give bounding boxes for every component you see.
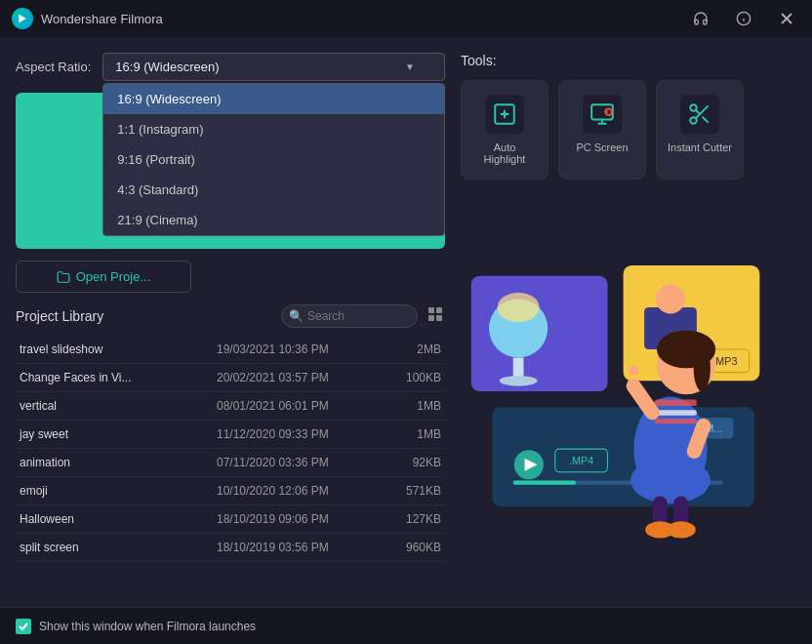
table-row[interactable]: jay sweet 11/12/2020 09:33 PM 1MB xyxy=(16,421,445,449)
table-row[interactable]: split screen 18/10/2019 03:56 PM 960KB xyxy=(16,534,445,562)
main-content: Aspect Ratio: 16:9 (Widescreen) ▼ 16:9 (… xyxy=(0,37,812,607)
project-date: 20/02/2021 03:57 PM xyxy=(217,371,373,384)
project-name: emoji xyxy=(20,484,217,498)
project-size: 1MB xyxy=(373,427,441,441)
tools-label: Tools: xyxy=(461,53,796,68)
grid-view-button[interactable] xyxy=(426,304,445,328)
tool-auto-highlight-label: Auto Highlight xyxy=(471,141,538,165)
project-name: Halloween xyxy=(20,512,217,526)
project-name: animation xyxy=(20,456,217,469)
svg-rect-10 xyxy=(436,307,442,313)
svg-point-59 xyxy=(667,521,696,538)
headset-button[interactable] xyxy=(687,5,714,32)
tool-auto-highlight[interactable]: Auto Highlight xyxy=(461,80,548,180)
svg-point-23 xyxy=(690,117,697,124)
project-size: 1MB xyxy=(373,399,441,413)
aspect-option-5[interactable]: 21:9 (Cinema) xyxy=(103,205,444,235)
show-window-label: Show this window when Filmora launches xyxy=(39,620,256,633)
svg-point-22 xyxy=(690,104,697,111)
table-row[interactable]: animation 07/11/2020 03:36 PM 92KB xyxy=(16,449,445,477)
tool-pc-screen[interactable]: PC Screen xyxy=(558,80,646,180)
project-name: vertical xyxy=(20,399,217,413)
project-date: 07/11/2020 03:36 PM xyxy=(217,456,373,469)
instant-cutter-icon xyxy=(680,95,719,134)
tool-instant-cutter[interactable]: Instant Cutter xyxy=(656,80,744,180)
library-title: Project Library xyxy=(16,308,103,324)
project-date: 18/10/2019 03:56 PM xyxy=(217,541,373,554)
project-size: 960KB xyxy=(373,541,441,554)
show-window-checkbox-wrap[interactable]: Show this window when Filmora launches xyxy=(16,619,256,634)
pc-screen-icon xyxy=(583,95,622,134)
svg-point-60 xyxy=(629,365,639,376)
search-input[interactable] xyxy=(281,304,418,328)
project-name: jay sweet xyxy=(20,427,217,441)
tools-row: Auto Highlight PC Screen xyxy=(461,80,796,180)
project-name: split screen xyxy=(20,541,217,554)
library-header: Project Library 🔍 xyxy=(16,304,445,328)
svg-point-55 xyxy=(630,458,710,503)
aspect-dropdown-menu: 16:9 (Widescreen) 1:1 (Instagram) 9:16 (… xyxy=(102,83,445,236)
svg-marker-0 xyxy=(19,15,26,23)
table-row[interactable]: emoji 10/10/2020 12:06 PM 571KB xyxy=(16,477,445,505)
show-window-checkbox[interactable] xyxy=(16,619,31,634)
project-table: travel slideshow 19/03/2021 10:36 PM 2MB… xyxy=(16,336,445,591)
project-date: 10/10/2020 12:06 PM xyxy=(217,484,373,498)
aspect-select-button[interactable]: 16:9 (Widescreen) ▼ xyxy=(102,53,445,81)
svg-text:.MP4: .MP4 xyxy=(569,455,593,466)
svg-text:.MP3: .MP3 xyxy=(712,355,737,367)
left-panel: Aspect Ratio: 16:9 (Widescreen) ▼ 16:9 (… xyxy=(16,53,445,591)
svg-rect-12 xyxy=(436,315,442,321)
aspect-option-3[interactable]: 9:16 (Portrait) xyxy=(103,144,444,175)
open-project-label: Open Proje... xyxy=(76,269,151,284)
project-date: 11/12/2020 09:33 PM xyxy=(217,427,373,441)
close-button[interactable] xyxy=(773,5,800,32)
project-size: 571KB xyxy=(373,484,441,498)
aspect-dropdown[interactable]: 16:9 (Widescreen) ▼ 16:9 (Widescreen) 1:… xyxy=(102,53,445,81)
svg-line-25 xyxy=(703,117,709,123)
search-wrap: 🔍 xyxy=(281,304,418,328)
aspect-option-1[interactable]: 16:9 (Widescreen) xyxy=(103,84,444,114)
titlebar: Wondershare Filmora xyxy=(0,0,812,37)
project-name: travel slideshow xyxy=(20,342,217,356)
open-project-button[interactable]: Open Proje... xyxy=(16,261,191,293)
info-button[interactable] xyxy=(730,5,757,32)
table-row[interactable]: Change Faces in Vi... 20/02/2021 03:57 P… xyxy=(16,364,445,392)
svg-rect-9 xyxy=(428,307,434,313)
illustration-svg: .MP4 .MP3 .M... xyxy=(461,191,796,591)
aspect-option-2[interactable]: 1:1 (Instagram) xyxy=(103,114,444,144)
table-row[interactable]: travel slideshow 19/03/2021 10:36 PM 2MB xyxy=(16,336,445,364)
table-row[interactable]: vertical 08/01/2021 06:01 PM 1MB xyxy=(16,392,445,421)
svg-point-49 xyxy=(694,345,710,391)
project-date: 08/01/2021 06:01 PM xyxy=(217,399,373,413)
svg-rect-17 xyxy=(591,104,613,119)
project-name: Change Faces in Vi... xyxy=(20,371,217,384)
titlebar-actions xyxy=(687,5,800,32)
svg-rect-52 xyxy=(655,419,697,423)
bottombar: Show this window when Filmora launches xyxy=(0,607,812,644)
project-size: 2MB xyxy=(373,342,441,356)
svg-point-34 xyxy=(656,284,685,313)
tool-pc-screen-label: PC Screen xyxy=(576,141,628,153)
aspect-selected-value: 16:9 (Widescreen) xyxy=(115,60,219,74)
project-date: 18/10/2019 09:06 PM xyxy=(217,512,373,526)
svg-line-26 xyxy=(696,110,700,114)
library-controls: 🔍 xyxy=(281,304,445,328)
app-logo xyxy=(12,8,33,29)
app-title: Wondershare Filmora xyxy=(41,12,687,26)
svg-rect-37 xyxy=(513,480,577,484)
auto-highlight-icon xyxy=(485,95,524,134)
illustration-area: .MP4 .MP3 .M... xyxy=(461,191,796,591)
project-size: 100KB xyxy=(373,371,441,384)
aspect-ratio-label: Aspect Ratio: xyxy=(16,60,91,74)
project-library-section: Project Library 🔍 xyxy=(16,304,445,591)
svg-point-31 xyxy=(498,293,540,322)
table-row[interactable]: Halloween 18/10/2019 09:06 PM 127KB xyxy=(16,505,445,534)
svg-rect-11 xyxy=(428,315,434,321)
project-date: 19/03/2021 10:36 PM xyxy=(217,342,373,356)
chevron-down-icon: ▼ xyxy=(405,61,415,72)
aspect-option-4[interactable]: 4:3 (Standard) xyxy=(103,175,444,205)
aspect-ratio-row: Aspect Ratio: 16:9 (Widescreen) ▼ 16:9 (… xyxy=(16,53,445,81)
svg-rect-51 xyxy=(655,410,697,415)
project-size: 127KB xyxy=(373,512,441,526)
svg-rect-50 xyxy=(655,400,697,406)
